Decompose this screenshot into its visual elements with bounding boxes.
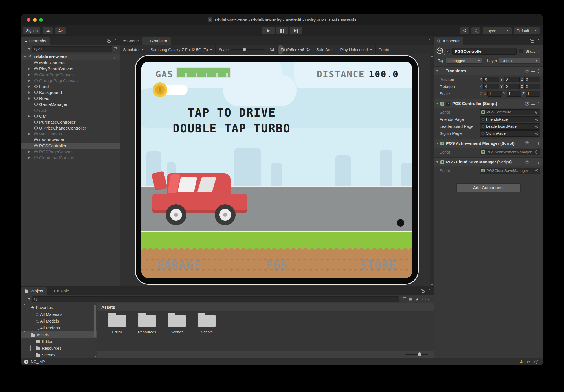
assets-root-row[interactable]: Assets bbox=[21, 331, 97, 338]
hierarchy-item[interactable]: Road bbox=[21, 95, 120, 101]
asset-folder[interactable]: Scripts bbox=[194, 315, 220, 351]
expand-icon[interactable] bbox=[28, 91, 30, 94]
component-header[interactable]: # ✓ PGS Controller (Script) ? ⋮ bbox=[434, 99, 543, 108]
alert-icon[interactable]: ! bbox=[24, 360, 28, 364]
presets-icon[interactable] bbox=[531, 102, 535, 105]
kebab-menu-icon[interactable]: ⋮ bbox=[537, 39, 541, 43]
position-y-input[interactable] bbox=[504, 77, 520, 82]
object-picker-icon[interactable] bbox=[535, 111, 538, 114]
expand-icon[interactable] bbox=[30, 345, 31, 352]
lock-icon[interactable] bbox=[531, 40, 534, 43]
create-plus-button[interactable]: + bbox=[23, 46, 27, 52]
scale-x-input[interactable] bbox=[487, 91, 502, 97]
device-dropdown[interactable]: Samsung Galaxy Z Fold2 5G (Ta bbox=[147, 45, 216, 54]
expand-icon[interactable] bbox=[28, 74, 30, 76]
object-field[interactable]: SigninPage bbox=[480, 130, 540, 137]
component-header[interactable]: # PGS Cloud Save Manager (Script) ? ⋮ bbox=[434, 158, 543, 166]
hierarchy-search-input[interactable] bbox=[38, 47, 110, 51]
hierarchy-item[interactable]: CloudLoadCanvas bbox=[21, 155, 120, 161]
control-dropdown[interactable]: Contro bbox=[376, 45, 394, 54]
expand-icon[interactable] bbox=[28, 151, 30, 153]
status-message[interactable]: NO_IAP bbox=[31, 360, 45, 364]
link-scale-icon[interactable]: ∅ bbox=[480, 92, 482, 96]
tab-inspector[interactable]: i Inspector bbox=[434, 37, 463, 45]
object-field[interactable]: LeaderboardPage bbox=[480, 123, 540, 130]
tree-folder[interactable]: Editor bbox=[21, 338, 97, 345]
expand-icon[interactable] bbox=[28, 157, 30, 159]
pause-button[interactable] bbox=[276, 27, 289, 35]
rotation-z-input[interactable] bbox=[524, 84, 540, 89]
expand-icon[interactable] bbox=[28, 115, 30, 117]
tree-scrollbar[interactable] bbox=[93, 304, 97, 357]
hierarchy-item[interactable]: PlayBoardCanvas bbox=[21, 66, 120, 72]
hierarchy-search-box[interactable] bbox=[32, 46, 112, 52]
hierarchy-item-selected[interactable]: PGSController bbox=[21, 143, 120, 149]
hierarchy-item[interactable]: Background bbox=[21, 89, 120, 95]
tab-hierarchy[interactable]: ≡ Hierarchy bbox=[21, 37, 50, 45]
hierarchy-item[interactable]: StorePageCanvas bbox=[21, 72, 120, 78]
kebab-menu-icon[interactable]: ⋮ bbox=[537, 141, 541, 145]
collapse-icon[interactable] bbox=[436, 161, 438, 163]
collapse-icon[interactable] bbox=[436, 143, 438, 144]
object-picker-icon[interactable] bbox=[535, 118, 538, 121]
component-header[interactable]: # PGS Achievement Manager (Script) ? ⋮ bbox=[434, 139, 543, 148]
hierarchy-item[interactable]: UIPriceChangeController bbox=[21, 125, 120, 131]
collapse-icon[interactable] bbox=[436, 103, 438, 104]
activity-person-icon[interactable] bbox=[519, 360, 523, 363]
safe-area-button[interactable]: Safe Area bbox=[313, 45, 337, 54]
scroll-up-icon[interactable] bbox=[431, 55, 433, 57]
search-by-type-icon[interactable] bbox=[403, 297, 406, 301]
step-button[interactable] bbox=[289, 27, 302, 35]
component-header[interactable]: Transform ? ⋮ bbox=[434, 67, 543, 75]
kebab-menu-icon[interactable]: ⋮ bbox=[113, 39, 117, 43]
expand-icon[interactable] bbox=[28, 80, 30, 82]
scrollbar-thumb[interactable] bbox=[94, 305, 96, 337]
asset-folder[interactable]: Scenes bbox=[164, 315, 190, 351]
layers-dropdown[interactable]: Layers bbox=[482, 27, 512, 34]
scale-z-input[interactable] bbox=[526, 91, 540, 97]
toggle-window-icon[interactable] bbox=[114, 47, 117, 51]
cloud-button[interactable]: ☁ bbox=[42, 27, 53, 34]
expand-icon[interactable] bbox=[28, 133, 30, 135]
static-checkbox[interactable] bbox=[519, 49, 523, 53]
slider-thumb-icon[interactable] bbox=[418, 352, 421, 356]
object-picker-icon[interactable] bbox=[535, 169, 538, 172]
store-button[interactable]: STORE bbox=[360, 259, 397, 271]
tree-folder[interactable]: Resources bbox=[21, 345, 97, 352]
script-object-field[interactable]: # PGSCloudSaveManager bbox=[480, 168, 540, 174]
gameobject-thumbnail[interactable] bbox=[436, 47, 444, 55]
hierarchy-item[interactable]: PGSPageCanvas bbox=[21, 149, 120, 155]
play-unfocused-dropdown[interactable]: Play Unfocused bbox=[337, 45, 376, 54]
kebab-menu-icon[interactable]: ⋮ bbox=[113, 55, 117, 59]
rotation-x-input[interactable] bbox=[483, 84, 499, 89]
position-z-input[interactable] bbox=[524, 77, 540, 82]
static-dropdown-icon[interactable] bbox=[538, 51, 540, 52]
script-object-field[interactable]: # PGSController bbox=[480, 109, 540, 115]
kebab-menu-icon[interactable]: ⋮ bbox=[537, 69, 541, 73]
hierarchy-item[interactable]: EventSystem bbox=[21, 137, 120, 143]
help-icon[interactable]: ? bbox=[525, 69, 529, 73]
enabled-checkbox[interactable]: ✓ bbox=[446, 102, 450, 106]
object-picker-icon[interactable] bbox=[535, 150, 538, 154]
object-field[interactable]: FriendsPage bbox=[480, 116, 540, 122]
layer-dropdown[interactable]: Default bbox=[499, 58, 540, 64]
thumbnail-size-slider[interactable] bbox=[405, 354, 428, 355]
tab-console[interactable]: ≡ Console bbox=[47, 287, 73, 295]
search-by-label-icon[interactable] bbox=[409, 298, 412, 301]
hierarchy-item[interactable]: GaragePageCanvas bbox=[21, 78, 120, 84]
lock-icon[interactable] bbox=[422, 290, 425, 293]
slider-thumb-icon[interactable] bbox=[243, 48, 246, 51]
hierarchy-item[interactable]: rock bbox=[21, 107, 120, 113]
scroll-down-icon[interactable] bbox=[94, 356, 96, 357]
create-dropdown-icon[interactable] bbox=[28, 298, 30, 300]
rotate-right-icon[interactable]: ↻ bbox=[306, 47, 310, 52]
save-search-icon[interactable]: ★ bbox=[415, 297, 419, 301]
rotate-left-icon[interactable]: ↺ bbox=[301, 47, 304, 52]
gameobject-name-input[interactable] bbox=[452, 48, 517, 55]
scale-slider[interactable] bbox=[231, 49, 264, 50]
search-button[interactable] bbox=[471, 27, 481, 34]
presets-icon[interactable] bbox=[531, 161, 535, 164]
sign-in-button[interactable]: Sign in bbox=[23, 27, 41, 34]
presets-icon[interactable] bbox=[531, 142, 535, 145]
rotation-y-input[interactable] bbox=[504, 84, 520, 89]
